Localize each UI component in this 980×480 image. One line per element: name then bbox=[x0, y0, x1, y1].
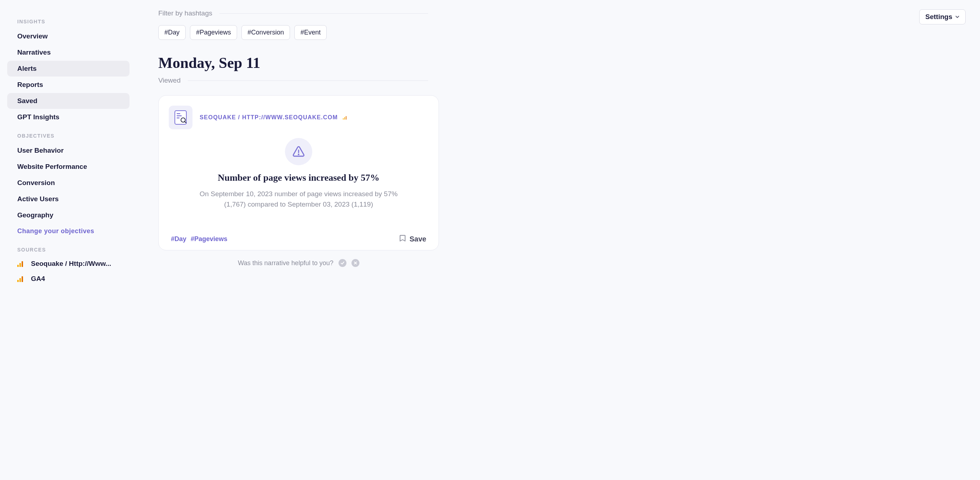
svg-rect-3 bbox=[177, 117, 180, 119]
feedback-no-button[interactable] bbox=[352, 259, 360, 267]
source-item-ga4[interactable]: GA4 bbox=[7, 271, 129, 286]
settings-label: Settings bbox=[925, 13, 952, 21]
narrative-card: SEOQUAKE / HTTP://WWW.SEOQUAKE.COM Numbe… bbox=[158, 95, 439, 250]
feedback-prompt: Was this narrative helpful to you? bbox=[238, 260, 333, 267]
sidebar-item-user-behavior[interactable]: User Behavior bbox=[7, 143, 129, 158]
hashtag-event[interactable]: #Event bbox=[294, 25, 327, 40]
sidebar-item-geography[interactable]: Geography bbox=[7, 207, 129, 223]
divider bbox=[188, 81, 428, 81]
card-description: On September 10, 2023 number of page vie… bbox=[198, 189, 399, 209]
sidebar-item-reports[interactable]: Reports bbox=[7, 77, 129, 93]
svg-rect-2 bbox=[177, 115, 182, 116]
sidebar-item-website-performance[interactable]: Website Performance bbox=[7, 159, 129, 174]
hashtag-pageviews[interactable]: #Pageviews bbox=[190, 25, 237, 40]
filter-area: Filter by hashtags #Day #Pageviews #Conv… bbox=[158, 10, 428, 40]
hashtag-conversion[interactable]: #Conversion bbox=[242, 25, 290, 40]
main-content: Filter by hashtags #Day #Pageviews #Conv… bbox=[137, 0, 980, 480]
settings-button[interactable]: Settings bbox=[919, 10, 966, 24]
feedback-yes-button[interactable] bbox=[339, 259, 347, 267]
chevron-down-icon bbox=[955, 15, 959, 19]
analytics-icon bbox=[17, 260, 24, 267]
filter-label: Filter by hashtags bbox=[158, 10, 212, 17]
bookmark-icon bbox=[399, 234, 406, 244]
source-label: Seoquake / Http://Www... bbox=[31, 260, 119, 268]
svg-rect-0 bbox=[175, 111, 186, 124]
sidebar-section-objectives-title: OBJECTIVES bbox=[7, 129, 129, 142]
hashtag-day[interactable]: #Day bbox=[158, 25, 186, 40]
hashtag-row: #Day #Pageviews #Conversion #Event bbox=[158, 25, 428, 40]
sidebar-section-sources-title: SOURCES bbox=[7, 243, 129, 256]
svg-point-7 bbox=[298, 154, 299, 155]
sidebar-section-insights-title: INSIGHTS bbox=[7, 15, 129, 28]
change-objectives-link[interactable]: Change your objectives bbox=[7, 223, 129, 239]
card-tags: #Day #Pageviews bbox=[171, 235, 228, 243]
sidebar-item-active-users[interactable]: Active Users bbox=[7, 191, 129, 207]
analytics-icon bbox=[343, 115, 347, 120]
alert-icon bbox=[285, 138, 312, 165]
svg-rect-1 bbox=[177, 113, 180, 114]
card-title: Number of page views increased by 57% bbox=[169, 173, 428, 183]
card-tag-day[interactable]: #Day bbox=[171, 235, 186, 243]
sidebar-item-conversion[interactable]: Conversion bbox=[7, 175, 129, 191]
divider bbox=[220, 13, 428, 14]
save-label: Save bbox=[409, 235, 426, 243]
sidebar: INSIGHTS Overview Narratives Alerts Repo… bbox=[0, 0, 137, 480]
card-tag-pageviews[interactable]: #Pageviews bbox=[191, 235, 228, 243]
feedback-row: Was this narrative helpful to you? bbox=[158, 259, 439, 267]
save-button[interactable]: Save bbox=[399, 234, 426, 244]
status-label: Viewed bbox=[158, 76, 181, 84]
document-icon bbox=[169, 106, 192, 129]
date-heading: Monday, Sep 11 bbox=[158, 54, 966, 71]
card-source-label[interactable]: SEOQUAKE / HTTP://WWW.SEOQUAKE.COM bbox=[200, 114, 338, 121]
sidebar-item-gpt-insights[interactable]: GPT Insights bbox=[7, 109, 129, 125]
source-label: GA4 bbox=[31, 275, 119, 283]
analytics-icon bbox=[17, 276, 24, 282]
sidebar-item-saved[interactable]: Saved bbox=[7, 93, 129, 109]
sidebar-item-narratives[interactable]: Narratives bbox=[7, 44, 129, 60]
source-item-seoquake[interactable]: Seoquake / Http://Www... bbox=[7, 256, 129, 271]
sidebar-item-alerts[interactable]: Alerts bbox=[7, 61, 129, 76]
sidebar-item-overview[interactable]: Overview bbox=[7, 29, 129, 44]
